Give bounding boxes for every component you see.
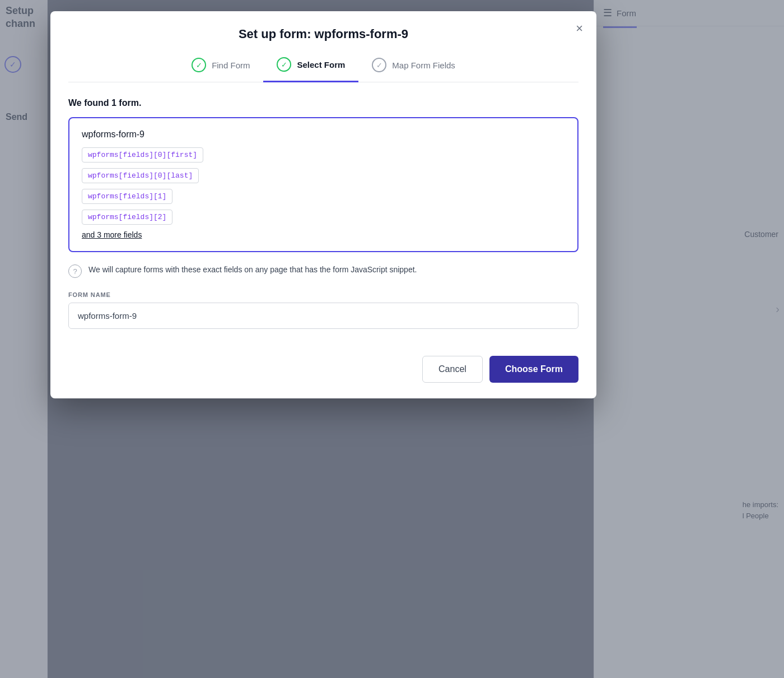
modal-header: × Set up form: wpforms-form-9 ✓ Find For… — [50, 11, 596, 82]
form-name-section: FORM NAME — [68, 291, 578, 329]
step2-label: Select Form — [297, 60, 345, 69]
step1-icon: ✓ — [192, 58, 206, 72]
form-name-input[interactable] — [68, 303, 578, 329]
step-find-form[interactable]: ✓ Find Form — [178, 58, 263, 81]
field-tags-list: wpforms[fields][0][first] wpforms[fields… — [82, 147, 565, 225]
cancel-button[interactable]: Cancel — [422, 356, 483, 383]
field-tag-2: wpforms[fields][1] — [82, 189, 172, 204]
step2-icon: ✓ — [277, 57, 291, 72]
modal-body: We found 1 form. wpforms-form-9 wpforms[… — [50, 82, 596, 345]
form-card-name: wpforms-form-9 — [82, 129, 565, 140]
field-tag-1: wpforms[fields][0][last] — [82, 168, 199, 183]
help-icon: ? — [68, 264, 82, 278]
modal-overlay: × Set up form: wpforms-form-9 ✓ Find For… — [0, 0, 784, 678]
modal-footer: Cancel Choose Form — [50, 345, 596, 398]
form-name-label: FORM NAME — [68, 291, 578, 298]
info-text: We will capture forms with these exact f… — [88, 263, 417, 276]
step-select-form[interactable]: ✓ Select Form — [263, 57, 358, 82]
field-tag-3: wpforms[fields][2] — [82, 210, 172, 225]
setup-form-modal: × Set up form: wpforms-form-9 ✓ Find For… — [50, 11, 596, 398]
steps-nav: ✓ Find Form ✓ Select Form ✓ Map Form Fie… — [68, 57, 578, 82]
field-tag-0: wpforms[fields][0][first] — [82, 147, 203, 162]
step3-icon: ✓ — [372, 58, 386, 72]
info-row: ? We will capture forms with these exact… — [68, 263, 578, 278]
choose-form-button[interactable]: Choose Form — [489, 356, 578, 383]
modal-title: Set up form: wpforms-form-9 — [68, 27, 578, 41]
close-button[interactable]: × — [573, 20, 585, 37]
found-count-text: We found 1 form. — [68, 98, 578, 108]
step-map-fields[interactable]: ✓ Map Form Fields — [358, 58, 469, 81]
step1-label: Find Form — [212, 61, 250, 70]
form-card[interactable]: wpforms-form-9 wpforms[fields][0][first]… — [68, 117, 578, 252]
more-fields-link[interactable]: and 3 more fields — [82, 230, 142, 239]
step3-label: Map Form Fields — [392, 61, 455, 70]
